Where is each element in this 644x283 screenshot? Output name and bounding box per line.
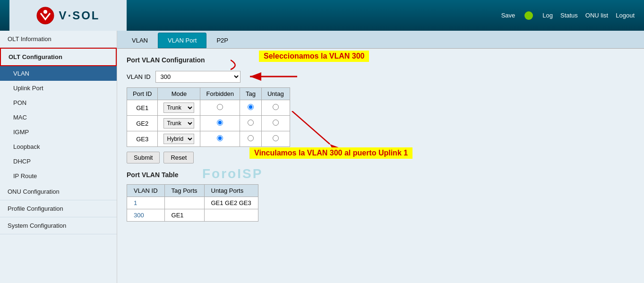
vlan-row1-id: 1	[127, 197, 165, 209]
tag-ge1[interactable]	[240, 100, 262, 116]
annotation-bottom-text: Vinculamos la VLAN 300 al puerto Uplink …	[249, 147, 412, 159]
radio-tag-ge1[interactable]	[248, 104, 254, 110]
tag-ge3[interactable]	[240, 131, 262, 147]
radio-tag-ge2[interactable]	[248, 120, 254, 126]
save-label[interactable]: Save	[501, 12, 515, 19]
tabs-bar: VLAN VLAN Port P2P	[117, 31, 644, 49]
sidebar-item-olt-configuration[interactable]: OLT Configuration	[0, 48, 117, 66]
untag-ge3[interactable]	[261, 131, 290, 147]
vlan-id-select[interactable]: 300 1	[155, 71, 240, 83]
content-area: VLAN VLAN Port P2P Port VLAN Configurati…	[117, 31, 644, 283]
submit-button[interactable]: Submit	[127, 152, 160, 163]
status-dot	[524, 11, 533, 20]
log-link[interactable]: Log	[542, 12, 553, 19]
radio-untag-ge3[interactable]	[273, 135, 279, 141]
vlan-summary-table: VLAN ID Tag Ports Untag Ports 1 GE1 GE2 …	[127, 184, 258, 222]
mode-ge1[interactable]: Trunk Hybrid Access	[158, 100, 200, 116]
vlan-row1-untag: GE1 GE2 GE3	[204, 197, 258, 209]
radio-forbidden-ge3[interactable]	[217, 135, 223, 141]
port-ge2: GE2	[127, 116, 158, 131]
th-forbidden: Forbidden	[200, 88, 240, 100]
sidebar-item-system-configuration[interactable]: System Configuration	[0, 217, 117, 234]
sidebar-sub-item-mac[interactable]: MAC	[0, 110, 117, 125]
svg-point-1	[43, 10, 47, 14]
annotation-arrow-bottom-connect	[283, 111, 339, 149]
untag-ge2[interactable]	[261, 116, 290, 131]
forbidden-ge2[interactable]	[200, 116, 240, 131]
tag-ge2[interactable]	[240, 116, 262, 131]
forbidden-ge1[interactable]	[200, 100, 240, 116]
vlan-th-tag-ports: Tag Ports	[164, 185, 204, 197]
annotation-top-text: Seleccionamos la VLAN 300	[259, 51, 369, 62]
status-link[interactable]: Status	[560, 12, 578, 19]
vlan-table-row-300: 300 GE1	[127, 209, 258, 222]
page-wrapper: Port VLAN Configuration VLAN ID 300 1	[127, 56, 635, 222]
sidebar-item-onu-configuration[interactable]: ONU Configuration	[0, 183, 117, 200]
table-row-ge1: GE1 Trunk Hybrid Access	[127, 100, 290, 116]
header-nav: Log Status ONU list Logout	[542, 12, 635, 19]
sidebar-sub-item-dhcp[interactable]: DHCP	[0, 154, 117, 169]
sidebar-sub-item-igmp[interactable]: IGMP	[0, 125, 117, 139]
onu-list-link[interactable]: ONU list	[585, 12, 608, 19]
vlan-id-label: VLAN ID	[127, 73, 151, 80]
vlan-row300-untag	[204, 209, 258, 222]
sidebar-sub-item-pon[interactable]: PON	[0, 95, 117, 110]
th-untag: Untag	[261, 88, 290, 100]
sidebar-sub-item-loopback[interactable]: Loopback	[0, 139, 117, 154]
annotation-wrapper-top: VLAN ID 300 1	[127, 69, 635, 84]
radio-forbidden-ge2[interactable]	[217, 120, 223, 126]
table-row-ge2: GE2 Trunk Hybrid Access	[127, 116, 290, 131]
svg-point-0	[37, 7, 54, 24]
radio-untag-ge1[interactable]	[273, 104, 279, 110]
port-config-table: Port ID Mode Forbidden Tag Untag GE1	[127, 87, 290, 147]
mode-select-ge3[interactable]: Trunk Hybrid Access	[163, 134, 194, 144]
reset-button[interactable]: Reset	[163, 152, 194, 163]
radio-untag-ge2[interactable]	[273, 120, 279, 126]
mode-select-ge2[interactable]: Trunk Hybrid Access	[163, 118, 194, 129]
sidebar-sub-item-vlan[interactable]: VLAN	[0, 66, 117, 81]
arrow-to-select	[245, 69, 302, 84]
sidebar-item-olt-information[interactable]: OLT Information	[0, 31, 117, 48]
untag-ge1[interactable]	[261, 100, 290, 116]
radio-tag-ge3[interactable]	[248, 135, 254, 141]
logout-link[interactable]: Logout	[616, 12, 635, 19]
table-row-ge3: GE3 Trunk Hybrid Access	[127, 131, 290, 147]
logo-text: V·SOL	[59, 9, 100, 22]
vlan-row300-tag: GE1	[164, 209, 204, 222]
mode-ge2[interactable]: Trunk Hybrid Access	[158, 116, 200, 131]
vlan-th-untag-ports: Untag Ports	[204, 185, 258, 197]
vlan-table-row-1: 1 GE1 GE2 GE3	[127, 197, 258, 209]
tab-vlan-port[interactable]: VLAN Port	[158, 33, 206, 48]
sidebar-sub-item-ip-route[interactable]: IP Route	[0, 169, 117, 183]
config-table-wrapper: Port ID Mode Forbidden Tag Untag GE1	[127, 87, 635, 147]
port-ge3: GE3	[127, 131, 158, 147]
port-ge1: GE1	[127, 100, 158, 116]
vlan-row300-id: 300	[127, 209, 165, 222]
forbidden-ge3[interactable]	[200, 131, 240, 147]
th-port-id: Port ID	[127, 88, 158, 100]
th-mode: Mode	[158, 88, 200, 100]
tab-vlan[interactable]: VLAN	[122, 33, 158, 48]
mode-select-ge1[interactable]: Trunk Hybrid Access	[163, 103, 194, 113]
th-tag: Tag	[240, 88, 262, 100]
vlan-id-row: VLAN ID 300 1	[127, 69, 635, 84]
main-layout: OLT Information OLT Configuration VLAN U…	[0, 31, 644, 283]
sidebar: OLT Information OLT Configuration VLAN U…	[0, 31, 117, 283]
radio-forbidden-ge1[interactable]	[217, 104, 223, 110]
sidebar-item-profile-configuration[interactable]: Profile Configuration	[0, 200, 117, 217]
page-content: Port VLAN Configuration VLAN ID 300 1	[117, 49, 644, 229]
header: V·SOL Save Log Status ONU list Logout	[0, 0, 644, 31]
vlan-th-id: VLAN ID	[127, 185, 165, 197]
tab-p2p[interactable]: P2P	[206, 33, 238, 48]
mode-ge3[interactable]: Trunk Hybrid Access	[158, 131, 200, 147]
port-vlan-config-title: Port VLAN Configuration	[127, 56, 635, 64]
vsol-logo-icon	[36, 6, 55, 25]
header-right: Save Log Status ONU list Logout	[501, 11, 635, 20]
sidebar-sub-item-uplink-port[interactable]: Uplink Port	[0, 81, 117, 95]
foroISP-watermark: ForoISP	[202, 166, 263, 181]
vlan-row1-tag	[164, 197, 204, 209]
logo-area: V·SOL	[9, 0, 127, 31]
